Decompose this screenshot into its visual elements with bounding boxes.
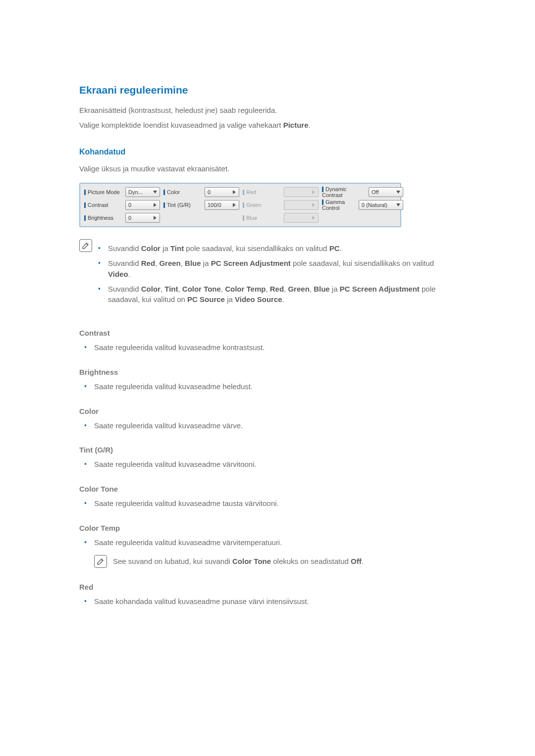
label-picture-mode: Picture Mode <box>88 189 120 195</box>
desc-brightness: Saate reguleerida valitud kuvaseadme hel… <box>94 381 456 392</box>
t: Suvandid <box>108 285 141 293</box>
label-gamma-control: Gamma Control <box>322 199 345 211</box>
field-brightness[interactable]: Brightness 0 <box>83 212 160 223</box>
spinner-contrast[interactable]: 0 <box>125 200 160 210</box>
field-tint[interactable]: Tint (G/R) 100/0 <box>162 200 239 210</box>
t: Suvandid <box>108 259 141 267</box>
t: Blue <box>314 285 330 293</box>
desc-red: Saate kohandada valitud kuvaseadme punas… <box>94 596 456 607</box>
intro-p2-bold: Picture <box>283 121 309 129</box>
t: ja <box>160 244 170 252</box>
t: , <box>310 285 314 293</box>
dropdown-gamma-control[interactable]: 0 (Natural) <box>359 200 403 210</box>
t: Video <box>108 270 128 278</box>
t: . <box>282 295 284 303</box>
heading-contrast: Contrast <box>79 329 456 337</box>
field-contrast[interactable]: Contrast 0 <box>83 200 160 210</box>
intro-p2-c: . <box>309 121 311 129</box>
t: . <box>362 557 364 565</box>
t: , <box>178 285 182 293</box>
t: Red <box>270 285 284 293</box>
label-green: Green <box>246 202 262 208</box>
value-color: 0 <box>208 189 231 195</box>
heading-colortone: Color Tone <box>79 485 456 493</box>
value-contrast: 0 <box>128 202 152 208</box>
heading-red-sec: Red <box>79 583 456 591</box>
chevron-right-icon <box>231 202 237 208</box>
t: Tint <box>170 244 184 252</box>
note-colortemp: See suvand on lubatud, kui suvandi Color… <box>94 555 456 568</box>
t: , <box>181 259 185 267</box>
heading-color-sec: Color <box>79 407 456 415</box>
intro-p2: Valige komplektide loendist kuvaseadmed … <box>79 120 456 131</box>
pencil-icon <box>79 239 92 252</box>
desc-tint: Saate reguleerida valitud kuvaseadme vär… <box>94 459 456 470</box>
heading-colortemp: Color Temp <box>79 524 456 532</box>
t: Red <box>141 259 155 267</box>
t: Green <box>288 285 309 293</box>
t: pole saadaval, kui sisendallikaks on val… <box>291 259 434 267</box>
value-brightness: 0 <box>128 215 152 221</box>
spinner-red <box>284 187 319 197</box>
chevron-down-icon <box>152 189 158 196</box>
t: PC Source <box>187 295 225 303</box>
t: Color Tone <box>182 285 221 293</box>
field-blue: Blue <box>241 212 319 223</box>
t: Video Source <box>235 295 282 303</box>
chevron-down-icon <box>395 202 401 208</box>
pencil-icon <box>94 555 107 568</box>
label-blue: Blue <box>246 215 257 221</box>
intro-p2-a: Valige komplektide loendist kuvaseadmed … <box>79 121 283 129</box>
note-block-1: Suvandid Color ja Tint pole saadaval, ku… <box>79 239 456 314</box>
t: Color <box>141 244 160 252</box>
t: . <box>339 244 341 252</box>
field-dynamic-contrast[interactable]: Dynamic Contrast Off <box>321 187 403 198</box>
spinner-blue <box>284 213 319 223</box>
t: . <box>128 270 130 278</box>
dropdown-picture-mode[interactable]: Dyn... <box>125 187 160 197</box>
field-picture-mode[interactable]: Picture Mode Dyn... <box>83 187 160 198</box>
label-brightness-field: Brightness <box>88 215 113 221</box>
t: olekuks on seadistatud <box>271 557 351 565</box>
field-gamma-control[interactable]: Gamma Control 0 (Natural) <box>321 200 403 210</box>
picture-settings-panel: Picture Mode Dyn... Color 0 Re <box>79 183 401 227</box>
t: Tint <box>164 285 178 293</box>
t: Color Temp <box>225 285 266 293</box>
chevron-right-icon <box>152 202 158 208</box>
dropdown-dynamic-contrast[interactable]: Off <box>369 187 403 197</box>
field-green: Green <box>241 200 319 210</box>
value-gamma-control: 0 (Natural) <box>362 202 395 208</box>
empty-cell <box>321 212 403 223</box>
spinner-tint[interactable]: 100/0 <box>205 200 239 210</box>
t: ja <box>225 295 235 303</box>
value-picture-mode: Dyn... <box>128 189 152 195</box>
t: PC <box>329 244 340 252</box>
field-red: Red <box>241 187 319 198</box>
label-dynamic-contrast: Dynamic Contrast <box>322 186 347 198</box>
label-color: Color <box>167 189 180 195</box>
t: Color Tone <box>232 557 271 565</box>
value-tint: 100/0 <box>208 202 231 208</box>
spinner-color[interactable]: 0 <box>205 187 239 197</box>
label-contrast-field: Contrast <box>88 202 108 208</box>
t: Green <box>159 259 180 267</box>
empty-cell <box>162 212 239 223</box>
desc-colortone: Saate reguleerida valitud kuvaseadme tau… <box>94 498 456 509</box>
intro-p1: Ekraanisätteid (kontrastsust, heledust j… <box>79 105 456 116</box>
heading-brightness: Brightness <box>79 368 456 376</box>
t: pole saadaval, kui sisendallikaks on val… <box>184 244 329 252</box>
chevron-right-icon <box>231 189 237 196</box>
page-heading: Ekraani reguleerimine <box>79 84 456 96</box>
t: Blue <box>185 259 201 267</box>
t: , <box>221 285 225 293</box>
t: Off <box>351 557 362 565</box>
label-red: Red <box>246 189 256 195</box>
note-item-2: Suvandid Red, Green, Blue ja PC Screen A… <box>108 258 456 280</box>
custom-intro: Valige üksus ja muutke vastavat ekraanis… <box>79 163 456 174</box>
spinner-brightness[interactable]: 0 <box>125 213 160 223</box>
spinner-green <box>284 200 319 210</box>
field-color[interactable]: Color 0 <box>162 187 239 198</box>
note-item-3: Suvandid Color, Tint, Color Tone, Color … <box>108 284 456 305</box>
chevron-right-icon <box>311 189 317 196</box>
chevron-right-icon <box>311 202 317 208</box>
